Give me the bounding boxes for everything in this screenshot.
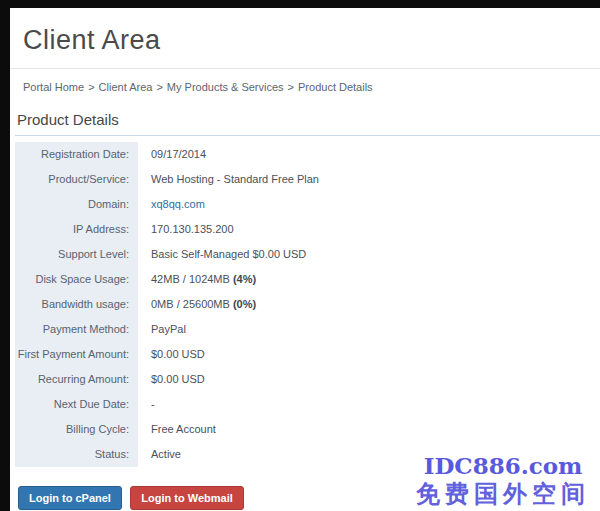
detail-row: Registration Date: 09/17/2014 [15, 142, 600, 167]
watermark: IDC886.com 免费国外空间 [416, 453, 590, 507]
detail-label: Status: [15, 442, 138, 467]
detail-label: Recurring Amount: [15, 367, 138, 392]
detail-label: Next Due Date: [15, 392, 138, 417]
detail-value: Basic Self-Managed $0.00 USD [138, 242, 306, 267]
detail-row: Bandwidth usage: 0MB / 25600MB (0%) [15, 292, 600, 317]
detail-row: Domain: xq8qq.com [15, 192, 600, 217]
detail-value: $0.00 USD [138, 342, 205, 367]
watermark-chinese-text: 免费国外空间 [416, 481, 590, 507]
domain-link[interactable]: xq8qq.com [151, 198, 205, 210]
detail-label: Product/Service: [15, 167, 138, 192]
detail-label: Support Level: [15, 242, 138, 267]
detail-row: Recurring Amount: $0.00 USD [15, 367, 600, 392]
header-divider [10, 68, 600, 69]
breadcrumb-separator: > [156, 81, 162, 93]
detail-value: $0.00 USD [138, 367, 205, 392]
section-title: Product Details [15, 111, 600, 136]
detail-row: First Payment Amount: $0.00 USD [15, 342, 600, 367]
breadcrumb-item[interactable]: Client Area [99, 81, 153, 93]
detail-row: Support Level: Basic Self-Managed $0.00 … [15, 242, 600, 267]
detail-value: 09/17/2014 [138, 142, 206, 167]
login-to-cpanel-button[interactable]: Login to cPanel [18, 486, 122, 510]
detail-row: Billing Cycle: Free Account [15, 417, 600, 442]
breadcrumb-separator: > [288, 81, 294, 93]
breadcrumb-separator: > [88, 81, 94, 93]
detail-value: Free Account [138, 417, 216, 442]
usage-percent: (4%) [233, 273, 256, 285]
detail-label: Billing Cycle: [15, 417, 138, 442]
detail-label: Bandwidth usage: [15, 292, 138, 317]
detail-row: IP Address: 170.130.135.200 [15, 217, 600, 242]
breadcrumb-item: Product Details [298, 81, 373, 93]
left-black-bar [0, 0, 10, 511]
detail-label: First Payment Amount: [15, 342, 138, 367]
detail-row: Disk Space Usage: 42MB / 1024MB (4%) [15, 267, 600, 292]
page-title: Client Area [23, 25, 600, 56]
top-black-bar [0, 0, 600, 8]
main-content: Client Area Portal Home>Client Area>My P… [10, 8, 600, 510]
detail-row: Next Due Date: - [15, 392, 600, 417]
detail-row: Payment Method: PayPal [15, 317, 600, 342]
breadcrumb: Portal Home>Client Area>My Products & Se… [23, 81, 600, 93]
detail-label: Domain: [15, 192, 138, 217]
usage-percent: (0%) [233, 298, 256, 310]
watermark-domain-text: IDC886.com [416, 453, 590, 478]
detail-value: xq8qq.com [138, 192, 205, 217]
detail-value: 0MB / 25600MB (0%) [138, 292, 256, 317]
detail-label: IP Address: [15, 217, 138, 242]
detail-value: - [138, 392, 155, 417]
detail-row: Product/Service: Web Hosting - Standard … [15, 167, 600, 192]
detail-value: Active [138, 442, 181, 467]
product-details-table: Registration Date: 09/17/2014 Product/Se… [15, 142, 600, 467]
breadcrumb-item[interactable]: Portal Home [23, 81, 84, 93]
client-area-page: Client Area Portal Home>Client Area>My P… [0, 0, 600, 511]
detail-value: Web Hosting - Standard Free Plan [138, 167, 319, 192]
detail-label: Registration Date: [15, 142, 138, 167]
detail-value: 42MB / 1024MB (4%) [138, 267, 256, 292]
detail-value: PayPal [138, 317, 186, 342]
detail-value: 170.130.135.200 [138, 217, 234, 242]
breadcrumb-item[interactable]: My Products & Services [167, 81, 284, 93]
detail-label: Payment Method: [15, 317, 138, 342]
detail-label: Disk Space Usage: [15, 267, 138, 292]
login-to-webmail-button[interactable]: Login to Webmail [130, 486, 243, 510]
